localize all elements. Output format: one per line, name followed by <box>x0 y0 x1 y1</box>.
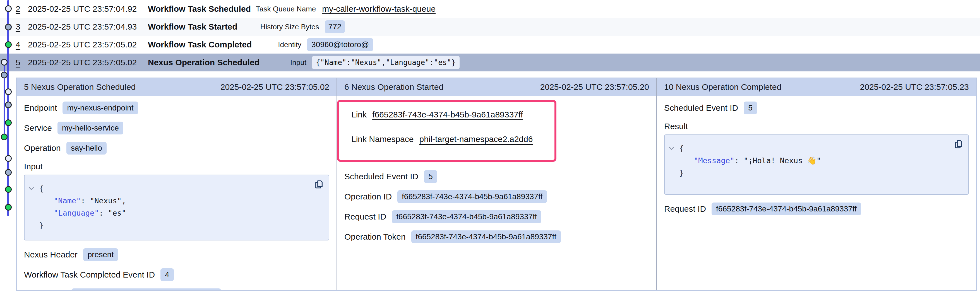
event-group-detail-panels: 5 Nexus Operation Scheduled 2025-02-25 U… <box>16 78 977 291</box>
summary-label: Identity <box>278 40 301 49</box>
json-line: } <box>672 167 961 179</box>
field-request-id: Request IDf665283f-743e-4374-b45b-9a61a8… <box>664 202 969 215</box>
copy-icon[interactable] <box>954 140 963 149</box>
json-line: "Name": "Nexus", <box>32 195 321 207</box>
panel-body: Linkf665283f-743e-4374-b45b-9a61a89337ff… <box>337 96 656 257</box>
field-label: Request ID <box>344 212 386 221</box>
summary-label: History Size Bytes <box>260 22 319 31</box>
field-label: Operation <box>24 143 61 153</box>
panel-nexus-operation-scheduled: 5 Nexus Operation Scheduled 2025-02-25 U… <box>17 78 337 290</box>
timeline-node-scheduled <box>1 59 8 65</box>
workflow-task-completed-event-id-value-badge: 4 <box>161 269 174 281</box>
field-request-id: Request IDf665283f-743e-4374-b45b-9a61a8… <box>24 288 329 290</box>
event-timestamp: 2025-02-25 UTC 23:57:05.02 <box>28 40 148 49</box>
field-label: Link <box>351 110 367 119</box>
timeline-node-started <box>5 169 12 176</box>
field-label: Operation Token <box>344 232 406 242</box>
event-timeline-rail <box>0 0 16 294</box>
summary-input-json-badge: {"Name":"Nexus","Language":"es"} <box>312 56 460 69</box>
timeline-node-scheduled <box>5 5 12 12</box>
event-title: Workflow Task Started <box>148 22 237 32</box>
panel-body: Endpointmy-nexus-endpointServicemy-hello… <box>17 96 337 290</box>
field-link: Linkf665283f-743e-4374-b45b-9a61a89337ff <box>351 109 549 120</box>
event-timestamp: 2025-02-25 UTC 23:57:04.92 <box>28 4 148 14</box>
panel-timestamp: 2025-02-25 UTC 23:57:05.23 <box>860 82 969 92</box>
field-label-input: Input <box>24 162 329 171</box>
endpoint-value-badge: my-nexus-endpoint <box>62 102 138 114</box>
timeline-node-completed <box>1 133 8 140</box>
panel-header: 6 Nexus Operation Started 2025-02-25 UTC… <box>337 78 656 96</box>
scheduled-event-id-value-badge: 5 <box>744 102 757 114</box>
json-line: "Message": "¡Hola! Nexus 👋" <box>672 154 961 167</box>
json-line: } <box>32 219 321 232</box>
timeline-node-scheduled <box>5 155 12 162</box>
panel-nexus-operation-started: 6 Nexus Operation Started 2025-02-25 UTC… <box>337 78 656 290</box>
event-timestamp: 2025-02-25 UTC 23:57:05.02 <box>28 58 148 67</box>
operation-token-value-badge: f665283f-743e-4374-b45b-9a61a89337ff <box>411 230 561 243</box>
summary-label: Input <box>290 58 306 67</box>
event-id-link[interactable]: 5 <box>16 58 28 67</box>
summary-value-badge: 30960@totoro@ <box>307 38 373 51</box>
result-json-viewer: {"Message": "¡Hola! Nexus 👋"} <box>664 134 969 195</box>
event-timestamp: 2025-02-25 UTC 23:57:04.93 <box>28 22 148 32</box>
field-workflow-task-completed-event-id: Workflow Task Completed Event ID4 <box>24 269 329 281</box>
panel-title: 10 Nexus Operation Completed <box>664 82 781 92</box>
field-link-namespace: Link Namespacephil-target-namespace2.a2d… <box>351 133 549 145</box>
event-row-2[interactable]: 2 2025-02-25 UTC 23:57:04.92 Workflow Ta… <box>0 0 980 18</box>
field-label: Nexus Header <box>24 250 78 259</box>
link-namespace-link[interactable]: phil-target-namespace2.a2dd6 <box>419 134 533 144</box>
field-label: Service <box>24 123 52 133</box>
panel-title: 5 Nexus Operation Scheduled <box>24 82 135 92</box>
event-row-5-selected[interactable]: 5 2025-02-25 UTC 23:57:05.02 Nexus Opera… <box>0 54 980 72</box>
event-row-3[interactable]: 3 2025-02-25 UTC 23:57:04.93 Workflow Ta… <box>0 18 980 36</box>
operation-value-badge: say-hello <box>67 142 107 154</box>
field-operation-id: Operation IDf665283f-743e-4374-b45b-9a61… <box>344 190 649 203</box>
request-id-value-badge: f665283f-743e-4374-b45b-9a61a89337ff <box>711 202 861 215</box>
operation-id-value-badge: f665283f-743e-4374-b45b-9a61a89337ff <box>397 190 547 203</box>
request-id-value-badge: f665283f-743e-4374-b45b-9a61a89337ff <box>392 210 541 223</box>
copy-icon[interactable] <box>314 180 324 189</box>
field-label: Endpoint <box>24 103 57 113</box>
panel-timestamp: 2025-02-25 UTC 23:57:05.20 <box>540 82 649 92</box>
field-label: Workflow Task Completed Event ID <box>24 270 155 280</box>
timeline-node-started <box>5 102 12 108</box>
json-line: { <box>672 142 961 154</box>
panel-nexus-operation-completed: 10 Nexus Operation Completed 2025-02-25 … <box>656 78 976 290</box>
timeline-node-completed <box>5 119 12 126</box>
event-id-link[interactable]: 4 <box>16 40 28 49</box>
field-service: Servicemy-hello-service <box>24 122 329 134</box>
field-request-id: Request IDf665283f-743e-4374-b45b-9a61a8… <box>344 210 649 223</box>
field-nexus-header: Nexus Headerpresent <box>24 248 329 261</box>
event-title: Workflow Task Scheduled <box>148 4 251 14</box>
panel-header: 5 Nexus Operation Scheduled 2025-02-25 U… <box>17 78 337 96</box>
field-label-result: Result <box>664 122 969 131</box>
task-queue-link[interactable]: my-caller-workflow-task-queue <box>322 4 436 14</box>
link-link[interactable]: f665283f-743e-4374-b45b-9a61a89337ff <box>372 110 523 119</box>
pink-highlight-box: Linkf665283f-743e-4374-b45b-9a61a89337ff… <box>337 100 557 162</box>
panel-header: 10 Nexus Operation Completed 2025-02-25 … <box>657 78 976 96</box>
event-title: Workflow Task Completed <box>148 40 252 49</box>
summary-value-badge: 772 <box>325 21 345 33</box>
field-endpoint: Endpointmy-nexus-endpoint <box>24 102 329 114</box>
timeline-node-started <box>5 24 12 30</box>
request-id-value-badge: f665283f-743e-4374-b45b-9a61a89337ff <box>72 288 221 290</box>
field-label: Operation ID <box>344 192 392 202</box>
timeline-node-completed <box>5 41 12 48</box>
field-label: Scheduled Event ID <box>344 172 418 181</box>
event-id-link[interactable]: 3 <box>16 22 28 32</box>
summary-label: Task Queue Name <box>256 5 316 13</box>
event-id-link[interactable]: 2 <box>16 4 28 14</box>
nexus-header-value-badge: present <box>83 248 118 261</box>
event-row-4[interactable]: 4 2025-02-25 UTC 23:57:05.02 Workflow Ta… <box>0 36 980 54</box>
event-history-list: 2 2025-02-25 UTC 23:57:04.92 Workflow Ta… <box>0 0 980 72</box>
input-json-viewer: {"Name": "Nexus","Language": "es"} <box>24 175 329 240</box>
timeline-node-scheduled <box>5 88 12 95</box>
field-operation-token: Operation Tokenf665283f-743e-4374-b45b-9… <box>344 230 649 243</box>
event-title: Nexus Operation Scheduled <box>148 58 259 67</box>
field-operation: Operationsay-hello <box>24 142 329 154</box>
field-scheduled-event-id: Scheduled Event ID5 <box>664 102 969 114</box>
timeline-node-completed <box>5 204 12 211</box>
field-label: Scheduled Event ID <box>664 103 738 113</box>
field-label: Request ID <box>664 204 706 214</box>
scheduled-event-id-value-badge: 5 <box>424 170 437 183</box>
